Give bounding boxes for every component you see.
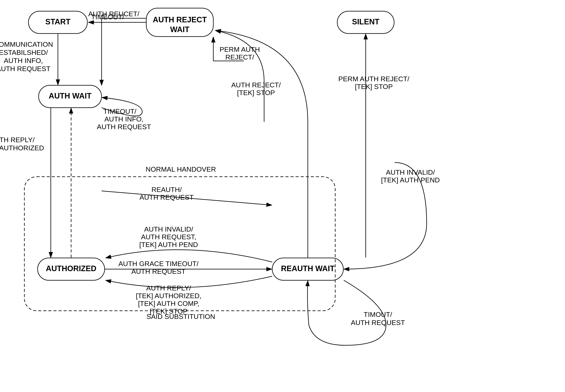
reauth-label2: AUTH REQUEST	[140, 193, 194, 201]
start-label: START	[45, 17, 71, 26]
authorized-state: AUTHORIZED	[38, 258, 105, 280]
auth-reply2-label4: [TEK] STOP	[150, 307, 187, 315]
auth-grace-timeout-label2: AUTH REQUEST	[131, 267, 185, 275]
timout-label: TIMOUT/	[364, 310, 392, 318]
auth-reject-wait-label: AUTH REJECT	[153, 15, 207, 24]
timeout-auth-info-label2: AUTH INFO,	[104, 115, 144, 123]
auth-invalid2-label: AUTH INVALID/	[386, 168, 435, 176]
auth-grace-timeout-label: AUTH GRACE TIMEOUT/	[118, 260, 199, 267]
timeout-auth-info-label: TIMEOUT/	[103, 107, 137, 115]
auth-reject-wait-state: AUTH REJECT WAIT	[146, 8, 213, 37]
auth-reject-label: AUTH REJECT/	[231, 81, 281, 89]
comm-established-label4: AUTH REQUEST	[0, 65, 50, 72]
start-state: START	[28, 11, 87, 33]
auth-invalid-label3: [TEK] AUTH PEND	[139, 241, 198, 248]
auth-reject-wait-label2: WAIT	[170, 25, 190, 34]
normal-handover-label: NORMAL HANDOVER	[146, 165, 216, 173]
comm-established-label2: ESTABILSHED/	[0, 49, 48, 56]
reauth-label: REAUTH/	[151, 186, 182, 193]
auth-invalid-label: AUTH INVALID/	[144, 225, 193, 233]
timeout-auth-info-label3: AUTH REQUEST	[97, 123, 151, 131]
comm-established-label3: AUTH INFO,	[4, 57, 43, 64]
auth-reply2-label3: [TEK] AUTH COMP,	[138, 300, 199, 307]
timeout-label: TIMEOUT/	[91, 13, 124, 21]
auth-invalid2-label2: [TEK] AUTH PEND	[381, 176, 440, 184]
comm-established-label: COMMUNICATION	[0, 41, 53, 48]
perm-auth-reject-tek-label: PERM AUTH REJECT/	[338, 75, 409, 83]
auth-wait-state: AUTH WAIT	[39, 85, 102, 108]
silent-state: SILENT	[337, 11, 394, 33]
reauth-wait-state: REAUTH WAIT	[272, 258, 343, 280]
auth-reply2-label: AUTH REPLY/	[146, 284, 191, 292]
auth-wait-label: AUTH WAIT	[49, 92, 91, 100]
reauth-wait-label: REAUTH WAIT	[281, 264, 335, 273]
auth-reply-label: AUTH REPLY/	[0, 136, 35, 144]
timout-label2: AUTH REQUEST	[351, 319, 405, 326]
auth-invalid-label2: AUTH REQUEST,	[141, 233, 196, 241]
perm-auth-reject-label: PERM AUTH	[220, 45, 260, 53]
perm-auth-reject-label2: REJECT/	[225, 53, 254, 61]
authorized-label: AUTHORIZED	[46, 264, 96, 273]
silent-label: SILENT	[352, 17, 379, 26]
perm-auth-reject-tek-label2: [TEK] STOP	[355, 83, 393, 90]
auth-reply-label2: [TEK] AUTHORIZED	[0, 144, 44, 152]
auth-reject-label2: [TEK] STOP	[237, 89, 275, 97]
auth-reply2-label2: [TEK] AUTHORIZED,	[136, 292, 201, 300]
